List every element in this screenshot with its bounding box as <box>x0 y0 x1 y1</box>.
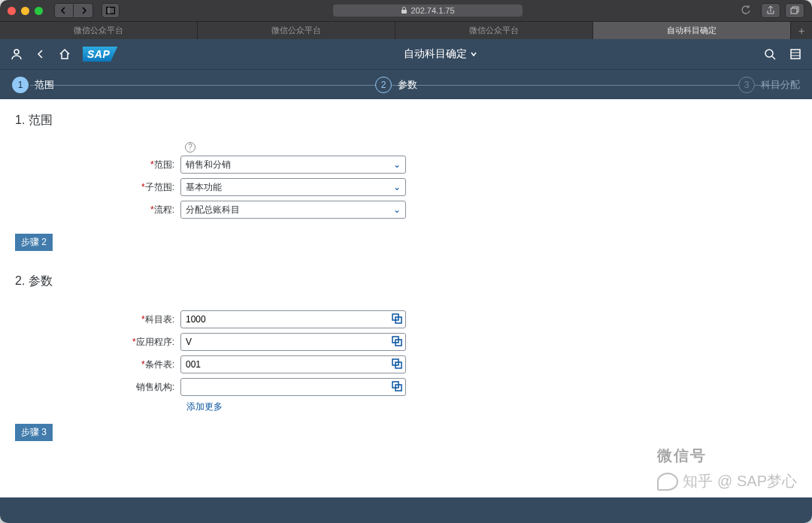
svg-rect-2 <box>401 10 407 14</box>
section1-title: 1. 范围 <box>15 113 797 128</box>
browser-tab-active[interactable]: 自动科目确定 <box>593 22 791 39</box>
chart-label: *科目表: <box>15 313 180 326</box>
form-row-subscope: *子范围: 基本功能 ⌄ <box>15 178 797 196</box>
wizard-progress: 1 范围 2 参数 3 科目分配 <box>0 69 812 99</box>
browser-tabstrip: 微信公众平台 微信公众平台 微信公众平台 自动科目确定 + <box>0 21 812 39</box>
browser-tab[interactable]: 微信公众平台 <box>395 22 593 39</box>
shell-title[interactable]: 自动科目确定 <box>117 47 764 61</box>
address-bar[interactable]: 202.74.1.75 <box>333 5 522 17</box>
lock-icon <box>401 7 408 14</box>
scope-value: 销售和分销 <box>186 159 231 171</box>
wizard-step-num: 2 <box>375 77 392 93</box>
tab-label: 微信公众平台 <box>271 25 321 36</box>
tab-label: 自动科目确定 <box>667 25 717 36</box>
sap-logo: SAP <box>83 47 117 62</box>
wizard-step-2[interactable]: 2 参数 <box>375 77 417 93</box>
url-text: 202.74.1.75 <box>411 6 454 15</box>
svg-point-4 <box>14 50 19 54</box>
wizard-step-3[interactable]: 3 科目分配 <box>738 77 800 93</box>
nav-forward-button[interactable] <box>74 3 93 18</box>
wizard-step-num: 3 <box>738 77 755 93</box>
value-help-icon[interactable] <box>392 381 402 394</box>
window-minimize-button[interactable] <box>21 7 29 15</box>
process-select[interactable]: 分配总账科目 ⌄ <box>180 201 406 219</box>
value-help-icon[interactable] <box>392 336 402 349</box>
app-input[interactable] <box>180 333 406 351</box>
chevron-down-icon: ⌄ <box>393 182 401 192</box>
step2-button[interactable]: 步骤 2 <box>15 234 53 251</box>
section2: 2. 参数 *科目表: *应用程序: *条件表: <box>15 274 797 441</box>
sap-shell-bar: SAP 自动科目确定 <box>0 39 812 69</box>
watermark-brand: 知乎 <box>683 471 713 491</box>
window-maximize-button[interactable] <box>35 7 43 15</box>
step3-button[interactable]: 步骤 3 <box>15 424 53 441</box>
wizard-step-label: 范围 <box>35 78 54 92</box>
new-tab-button[interactable]: + <box>791 22 812 39</box>
help-row: ? <box>185 139 797 153</box>
browser-window: 202.74.1.75 微信公众平台 微信公众平台 微信公众平台 自动科目确定 … <box>0 0 812 523</box>
menu-icon[interactable] <box>789 48 801 60</box>
shell-right <box>764 48 801 60</box>
svg-line-6 <box>772 56 775 59</box>
wizard-step-label: 科目分配 <box>761 78 800 92</box>
home-icon[interactable] <box>59 48 71 60</box>
value-help-icon[interactable] <box>392 358 402 371</box>
cond-input-field[interactable] <box>186 359 401 370</box>
chart-input[interactable] <box>180 310 406 328</box>
process-value: 分配总账科目 <box>186 204 240 216</box>
nav-back-button[interactable] <box>54 3 74 18</box>
toolbar-right <box>761 3 804 18</box>
tab-label: 微信公众平台 <box>469 25 519 36</box>
svg-rect-3 <box>791 8 797 14</box>
tabs-button[interactable] <box>785 3 804 18</box>
app-input-field[interactable] <box>186 337 401 347</box>
browser-tab[interactable]: 微信公众平台 <box>0 22 198 39</box>
form-row-chart: *科目表: <box>15 310 797 328</box>
watermark-author: @ SAP梦心 <box>717 471 797 491</box>
nav-buttons <box>54 3 93 18</box>
chart-input-field[interactable] <box>186 314 401 325</box>
scope-select[interactable]: 销售和分销 ⌄ <box>180 156 406 174</box>
sales-label: 销售机构: <box>15 381 180 394</box>
form-row-app: *应用程序: <box>15 333 797 351</box>
window-close-button[interactable] <box>8 7 16 15</box>
wechat-bubble-icon <box>657 473 678 491</box>
wizard-step-label: 参数 <box>398 78 417 92</box>
svg-rect-0 <box>107 8 115 14</box>
cond-label: *条件表: <box>15 358 180 371</box>
help-icon[interactable]: ? <box>185 142 195 153</box>
wizard-step-1[interactable]: 1 范围 <box>12 77 54 93</box>
scope-label: *范围: <box>15 159 180 171</box>
add-more-link[interactable]: 添加更多 <box>186 401 797 413</box>
tab-label: 微信公众平台 <box>74 25 123 36</box>
subscope-value: 基本功能 <box>186 181 222 194</box>
form-row-scope: *范围: 销售和分销 ⌄ <box>15 156 797 174</box>
subscope-label: *子范围: <box>15 181 180 194</box>
macos-titlebar: 202.74.1.75 <box>0 0 812 21</box>
sales-input[interactable] <box>180 378 406 396</box>
content-area: 1. 范围 ? *范围: 销售和分销 ⌄ *子范围: 基本功能 ⌄ *流程: 分… <box>0 99 812 497</box>
app-label: *应用程序: <box>15 336 180 349</box>
sap-footer <box>0 497 812 523</box>
shell-left: SAP <box>11 47 117 62</box>
search-icon[interactable] <box>764 48 776 60</box>
cond-input[interactable] <box>180 355 406 373</box>
reload-button[interactable] <box>736 3 756 18</box>
subscope-select[interactable]: 基本功能 ⌄ <box>180 178 406 196</box>
user-icon[interactable] <box>11 48 23 60</box>
chevron-down-icon: ⌄ <box>393 204 401 215</box>
form-row-process: *流程: 分配总账科目 ⌄ <box>15 201 797 219</box>
wizard-step-num: 1 <box>12 77 29 93</box>
chevron-down-icon <box>470 50 477 58</box>
value-help-icon[interactable] <box>392 313 402 326</box>
address-bar-container: 202.74.1.75 <box>125 5 731 17</box>
back-icon[interactable] <box>35 48 47 60</box>
sales-input-field[interactable] <box>186 382 401 392</box>
section2-title: 2. 参数 <box>15 274 797 289</box>
watermark: 知乎 @ SAP梦心 <box>657 471 797 491</box>
browser-tab[interactable]: 微信公众平台 <box>198 22 395 39</box>
svg-rect-7 <box>791 50 800 59</box>
sidebar-toggle-button[interactable] <box>102 3 120 18</box>
form-row-cond: *条件表: <box>15 355 797 373</box>
share-button[interactable] <box>761 3 780 18</box>
